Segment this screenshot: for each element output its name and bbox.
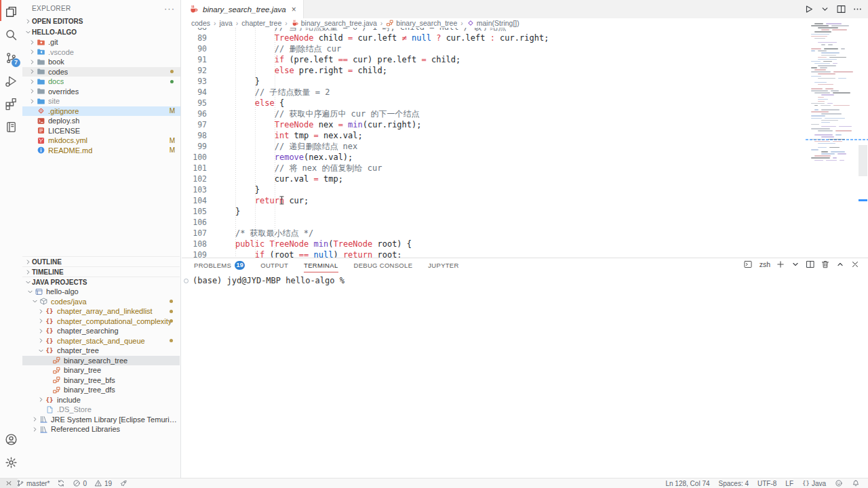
tree-item-.git[interactable]: .git [22, 37, 180, 47]
maximize-panel-icon[interactable] [835, 260, 845, 269]
branch-status[interactable]: master* [16, 479, 50, 487]
section-java-projects[interactable]: JAVA PROJECTS [22, 277, 180, 287]
chevron-right-icon[interactable] [37, 327, 45, 335]
panel-tab-problems[interactable]: PROBLEMS19 [194, 258, 245, 272]
terminal-command-decoration[interactable] [184, 279, 189, 283]
section-timeline[interactable]: TIMELINE [22, 266, 180, 277]
code-line-91[interactable]: 91 if (pre.left == cur) pre.left = child… [182, 54, 868, 65]
tree-item-license[interactable]: LICENSE [22, 126, 180, 136]
shell-type-label[interactable]: zsh [760, 260, 770, 268]
tree-item-codes[interactable]: codes [22, 67, 180, 77]
cursor-position[interactable]: Ln 128, Col 74 [665, 480, 709, 487]
code-line-88[interactable]: 88 // 当子结点数量 = 0 / 1 时, child = null / 该… [182, 28, 868, 33]
tree-item-referenced-libraries[interactable]: Referenced Libraries [22, 424, 180, 434]
chevron-right-icon[interactable] [37, 337, 45, 344]
tree-item-site[interactable]: site [22, 96, 180, 106]
warning-count[interactable]: 19 [94, 479, 112, 487]
section-root-folder[interactable]: HELLO-ALGO [22, 26, 180, 37]
tree-item-include[interactable]: {}include [22, 395, 180, 405]
code-line-99[interactable]: 99 // 递归删除结点 nex [182, 141, 868, 152]
tree-item-chapter_searching[interactable]: {}chapter_searching [22, 326, 180, 336]
tree-item-.vscode[interactable]: .vscode [22, 47, 180, 58]
chevron-down-icon[interactable] [26, 288, 34, 296]
chevron-right-icon[interactable] [37, 308, 45, 315]
tree-item-hello-algo[interactable]: hello-algo [22, 287, 180, 297]
tree-item-.gitignore[interactable]: .gitignoreM [22, 106, 180, 117]
extensions-icon[interactable] [0, 92, 22, 115]
chevron-right-icon[interactable] [28, 98, 36, 105]
feedback-icon[interactable] [835, 479, 843, 487]
chevron-right-icon[interactable] [28, 78, 36, 85]
section-open-editors[interactable]: OPEN EDITORS [22, 16, 180, 26]
terminal-icon[interactable] [743, 260, 753, 269]
split-terminal-icon[interactable] [806, 260, 815, 269]
sync-status[interactable] [57, 479, 65, 487]
breadcrumb-item[interactable]: chapter_tree [241, 19, 281, 27]
breadcrumb-item[interactable]: java [220, 19, 233, 27]
code-line-90[interactable]: 90 // 删除结点 cur [182, 43, 868, 54]
chevron-right-icon[interactable] [31, 426, 39, 433]
code-line-92[interactable]: 92 else pre.right = child; [182, 65, 868, 76]
panel-tab-debug-console[interactable]: DEBUG CONSOLE [354, 258, 413, 272]
notifications-bell-icon[interactable] [852, 479, 860, 487]
chevron-right-icon[interactable] [28, 58, 36, 66]
code-editor[interactable]: 88 // 当子结点数量 = 0 / 1 时, child = null / 该… [182, 28, 868, 258]
chevron-right-icon[interactable] [37, 396, 45, 403]
run-status[interactable] [119, 479, 127, 487]
eol[interactable]: LF [785, 480, 793, 487]
code-line-107[interactable]: 107 /* 获取最小结点 */ [182, 228, 868, 239]
language-mode[interactable]: {}Java [802, 480, 826, 487]
chevron-right-icon[interactable] [28, 68, 36, 75]
chevron-right-icon[interactable] [28, 39, 36, 46]
tree-item-overrides[interactable]: overrides [22, 87, 180, 97]
account-icon[interactable] [0, 428, 22, 451]
explorer-icon[interactable] [0, 0, 22, 23]
settings-gear-icon[interactable] [0, 451, 22, 474]
chevron-right-icon[interactable] [37, 317, 45, 325]
panel-tab-terminal[interactable]: TERMINAL [304, 258, 338, 272]
breadcrumb-item[interactable]: binary_search_tree [386, 19, 457, 27]
code-line-109[interactable]: 109 if (root == null) return root; [182, 249, 868, 258]
more-actions-icon[interactable] [852, 4, 863, 14]
scrollbar-thumb[interactable] [859, 145, 867, 176]
tree-item-codes-java[interactable]: codes/java [22, 297, 180, 307]
tree-item-binary_search_tree[interactable]: binary_search_tree [22, 356, 180, 366]
code-line-96[interactable]: 96 // 获取中序遍历中 cur 的下一个结点 [182, 108, 868, 119]
error-count[interactable]: 0 [73, 479, 87, 487]
indentation[interactable]: Spaces: 4 [719, 480, 749, 487]
code-line-103[interactable]: 103 } [182, 184, 868, 195]
breadcrumb-item[interactable]: codes [191, 19, 210, 27]
code-line-93[interactable]: 93 } [182, 76, 868, 87]
run-debug-icon[interactable] [0, 69, 22, 92]
chevron-down-icon[interactable] [37, 347, 45, 354]
encoding[interactable]: UTF-8 [757, 480, 776, 487]
notebook-icon[interactable] [0, 115, 22, 138]
breadcrumb-item[interactable]: binary_search_tree.java [291, 19, 377, 27]
remote-indicator[interactable] [0, 479, 18, 488]
close-panel-icon[interactable] [850, 260, 860, 269]
run-chevron-icon[interactable] [820, 4, 830, 14]
tree-item-deploy.sh[interactable]: deploy.sh [22, 116, 180, 126]
code-line-97[interactable]: 97 TreeNode nex = min(cur.right); [182, 119, 868, 130]
chevron-down-icon[interactable] [31, 298, 39, 305]
tree-item-book[interactable]: book [22, 57, 180, 67]
close-tab-icon[interactable]: × [292, 5, 296, 14]
new-terminal-icon[interactable] [776, 260, 785, 269]
code-line-108[interactable]: 108 public TreeNode min(TreeNode root) { [182, 239, 868, 249]
panel-tab-output[interactable]: OUTPUT [260, 258, 288, 272]
code-line-101[interactable]: 101 // 将 nex 的值复制给 cur [182, 163, 868, 174]
run-button[interactable] [804, 4, 814, 14]
code-line-94[interactable]: 94 // 子结点数量 = 2 [182, 87, 868, 98]
tree-item-docs[interactable]: docs [22, 77, 180, 87]
tree-item-chapter_array_and_linkedlist[interactable]: {}chapter_array_and_linkedlist [22, 306, 180, 317]
chevron-right-icon[interactable] [31, 415, 39, 423]
tree-item-binary_tree_bfs[interactable]: binary_tree_bfs [22, 375, 180, 386]
terminal-profile-chevron-icon[interactable] [791, 260, 800, 269]
minimap[interactable] [808, 22, 857, 178]
explorer-more-actions-icon[interactable]: ··· [164, 3, 175, 14]
chevron-right-icon[interactable] [28, 87, 36, 95]
chevron-right-icon[interactable] [28, 48, 36, 56]
tree-item-binary_tree_dfs[interactable]: binary_tree_dfs [22, 385, 180, 395]
overview-ruler[interactable] [858, 28, 868, 258]
source-control-icon[interactable]: 7 [0, 46, 22, 69]
